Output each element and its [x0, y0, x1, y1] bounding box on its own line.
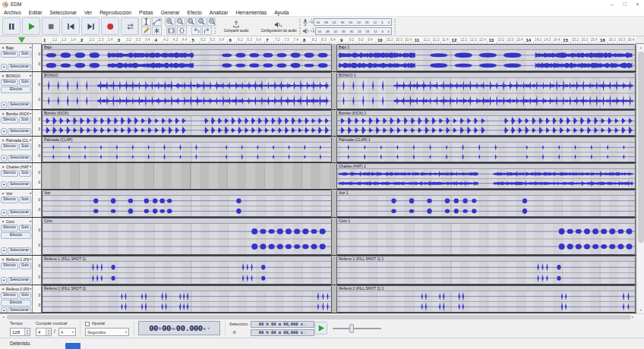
solo-button[interactable]: Solo [19, 225, 31, 231]
track-menu-chevron-icon[interactable]: ▾ [30, 191, 31, 195]
solo-button[interactable]: Solo [19, 292, 31, 299]
solo-button[interactable]: Solo [19, 197, 31, 203]
scroll-up-arrow-icon[interactable]: ▲ [637, 44, 644, 51]
mute-button[interactable]: Silencio [1, 170, 18, 177]
audio-clip[interactable]: BONGO 1 [336, 72, 636, 109]
vertical-ruler[interactable]: 00 [33, 218, 42, 255]
selection-end-field[interactable]: 00 h 00 m 00,000 s ▾ [251, 329, 314, 336]
stop-button[interactable] [42, 17, 60, 35]
mute-button[interactable]: Silencio [1, 117, 18, 124]
track-control-panel[interactable]: ×Voz▾SilencioSolo▲Seleccionar [0, 190, 33, 217]
track-clip-area[interactable]: Relleno 1 (FILL SHOT 1)Relleno 1 (FILL S… [42, 256, 644, 285]
audio-clip[interactable]: Palmada (CLAP) [42, 137, 332, 162]
selection-start-field[interactable]: 00 h 00 m 00,000 s ▾ [251, 321, 314, 328]
collapse-track-button[interactable]: ▲ [1, 181, 7, 188]
menu-pistas[interactable]: Pistas [135, 8, 157, 17]
playback-meter[interactable]: ▾LR544842363024181260 [302, 27, 392, 36]
track-close-icon[interactable]: × [1, 111, 5, 117]
mute-button[interactable]: Silencio [1, 79, 18, 86]
zoom-in-button[interactable] [165, 17, 175, 26]
audio-clip[interactable]: Bombo (KICK) 1 [336, 110, 636, 136]
collapse-track-button[interactable]: ▲ [1, 277, 7, 284]
undo-button[interactable] [191, 27, 201, 35]
multi-tool-button[interactable] [152, 27, 162, 35]
skip-to-start-button[interactable] [62, 17, 80, 35]
play-at-speed-button[interactable] [314, 322, 327, 335]
vertical-ruler[interactable]: 00 [33, 163, 42, 189]
collapse-track-button[interactable]: ▲ [1, 247, 7, 254]
track-control-panel[interactable]: ×Coro▾SilencioSoloEfectos▲Seleccionar [0, 218, 33, 255]
menu-herramientas[interactable]: Herramientas [232, 8, 270, 17]
minimize-button[interactable]: – [605, 0, 618, 8]
menu-seleccionar[interactable]: Seleccionar [46, 8, 80, 17]
track-menu-chevron-icon[interactable]: ▾ [30, 165, 31, 168]
draw-tool-button[interactable] [141, 27, 151, 35]
timeline-ruler[interactable]: 11.21.31.422.22.32.433.23.33.444.24.34.4… [0, 36, 644, 44]
menu-efecto[interactable]: Efecto [184, 8, 206, 17]
track-clip-area[interactable]: Relleno 2 (FILL SHOT 2)Relleno 2 (FILL S… [42, 285, 644, 313]
chevron-down-icon[interactable]: ▾ [208, 326, 210, 330]
vertical-ruler[interactable]: 00 [33, 256, 42, 285]
solo-button[interactable]: Solo [19, 79, 31, 86]
toolbar-grip[interactable] [394, 19, 396, 34]
track-close-icon[interactable]: × [1, 137, 5, 143]
audio-clip[interactable]: Relleno 2 (FILL SHOT 2) [42, 285, 332, 313]
track-clip-area[interactable]: BajoBajo 1 [42, 44, 644, 71]
play-button[interactable] [22, 17, 40, 35]
select-track-button[interactable]: Seleccionar [8, 128, 31, 135]
mute-button[interactable]: Silencio [1, 225, 18, 231]
track-menu-chevron-icon[interactable]: ▾ [30, 287, 31, 291]
audio-clip[interactable]: Voz 1 [336, 190, 636, 217]
effects-button[interactable]: Efectos [1, 232, 31, 239]
vertical-ruler[interactable]: 00 [33, 285, 42, 313]
track-menu-chevron-icon[interactable]: ▾ [30, 219, 31, 223]
track-close-icon[interactable]: × [1, 45, 5, 51]
pinned-playhead-icon[interactable] [18, 37, 25, 43]
envelope-tool-button[interactable] [152, 17, 162, 26]
menu-generar[interactable]: Generar [157, 8, 184, 17]
scroll-down-arrow-icon[interactable]: ▼ [637, 307, 644, 313]
track-close-icon[interactable]: × [1, 219, 5, 225]
track-clip-area[interactable]: BONGOBONGO 1 [42, 72, 644, 109]
track-clip-area[interactable]: Palmada (CLAP)Palmada (CLAP) 1 [42, 137, 644, 162]
selection-options-gear-icon[interactable]: ⚙ [232, 329, 236, 336]
audio-clip[interactable]: Relleno 2 (FILL SHOT 2) 1 [336, 285, 636, 313]
collapse-track-button[interactable]: ▲ [1, 64, 7, 71]
track-control-panel[interactable]: ×Charles (HAT)▾SilencioSolo▲Seleccionar [0, 163, 33, 189]
menu-reproduccion[interactable]: Reproducción [96, 8, 135, 17]
recording-meter[interactable]: ▾LR544842363024181260 [302, 17, 392, 27]
vertical-ruler[interactable]: 00 [33, 44, 42, 71]
track-control-panel[interactable]: ×Relleno 1 (FILL SHOT 1)▾SilencioSolo▲Se… [0, 256, 33, 285]
audio-clip[interactable]: Coro [42, 218, 332, 255]
playback-speed-slider[interactable] [333, 328, 381, 329]
timesig-upper-input[interactable]: 4 ▲▼ [36, 328, 52, 336]
menu-ver[interactable]: Ver [80, 8, 96, 17]
select-track-button[interactable]: Seleccionar [8, 277, 31, 284]
loop-button[interactable] [121, 17, 139, 35]
horizontal-scrollbar[interactable]: ◄ ► [0, 313, 644, 319]
select-track-button[interactable]: Seleccionar [8, 64, 31, 71]
menu-editar[interactable]: Editar [25, 8, 46, 17]
solo-button[interactable]: Solo [19, 143, 31, 150]
silence-audio-button[interactable] [177, 27, 187, 35]
track-clip-area[interactable]: VozVoz 1 [42, 190, 644, 217]
mute-button[interactable]: Silencio [1, 292, 18, 299]
audio-clip[interactable]: Charles (HAT) 1 [336, 163, 636, 189]
track-close-icon[interactable]: × [1, 164, 5, 170]
mute-button[interactable]: Silencio [1, 263, 18, 269]
vertical-ruler[interactable]: 00 [33, 110, 42, 136]
track-clip-area[interactable]: Bombo (KICK)Bombo (KICK) 1 [42, 110, 644, 136]
track-close-icon[interactable]: × [1, 286, 5, 292]
vertical-ruler[interactable]: 00 [33, 72, 42, 109]
vertical-scrollbar[interactable]: ▲ ▼ [636, 44, 644, 313]
mute-button[interactable]: Silencio [1, 197, 18, 203]
redo-button[interactable] [202, 27, 212, 35]
collapse-track-button[interactable]: ▲ [1, 155, 7, 162]
track-control-panel[interactable]: ×Palmada (CLAP)▾SilencioSolo▲Seleccionar [0, 137, 33, 162]
select-track-button[interactable]: Seleccionar [8, 307, 31, 313]
effects-button[interactable]: Efectos [1, 300, 31, 307]
track-close-icon[interactable]: × [1, 190, 5, 197]
track-menu-chevron-icon[interactable]: ▾ [30, 138, 31, 142]
pause-button[interactable] [2, 17, 21, 35]
solo-button[interactable]: Solo [19, 117, 31, 124]
